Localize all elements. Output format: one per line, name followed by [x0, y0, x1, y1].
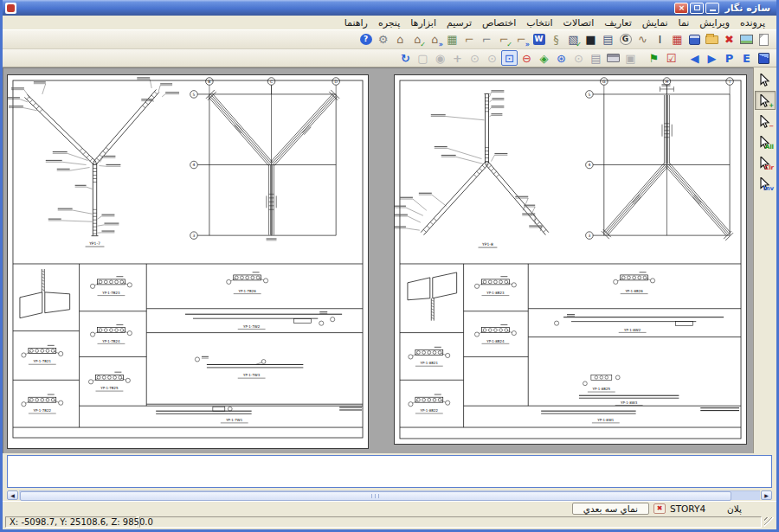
pin-flag-icon[interactable]: ⚑ [646, 50, 662, 66]
print-icon[interactable] [605, 50, 621, 66]
zoom-all-icon[interactable]: ⊙ [570, 50, 587, 66]
cut-section-icon[interactable]: ∿ [634, 32, 651, 48]
drawing-sheet-right: YP1-8GHI543YP-1-8B21YP-1-8B22YP-1-8B23YP… [394, 74, 747, 445]
view-3d-icon[interactable] [756, 50, 772, 66]
zoom-extents-icon[interactable]: ⊛ [553, 50, 570, 66]
detail-label: YP-1-8B26 [625, 289, 643, 293]
tab-3d-view[interactable]: نماي سه بعدي [572, 503, 649, 515]
plan-view-icon[interactable]: P [721, 50, 737, 66]
box-check-icon[interactable]: ▧✓ [565, 32, 582, 48]
base-plate-icon[interactable]: ⌐ [461, 32, 478, 48]
grid-bubble: 4 [588, 163, 590, 167]
menu-5[interactable]: اتصالات [559, 16, 599, 29]
scrollbar-thumb[interactable] [20, 491, 731, 501]
resize-grip[interactable] [764, 517, 774, 527]
save-defaults-icon[interactable]: ▣ [622, 50, 639, 66]
check-list-icon[interactable]: ☑ [663, 50, 679, 66]
menu-3[interactable]: نمايش [638, 16, 673, 29]
corner-connection-icon[interactable]: ⌐ [479, 32, 495, 48]
connection-next-icon[interactable]: ⌐» [513, 32, 530, 48]
grid-bubble: H [666, 80, 668, 84]
menu-1[interactable]: ويرايش [695, 16, 734, 29]
bottom-panel-wrap [3, 453, 776, 490]
connection-check-icon[interactable]: ⌐✓ [496, 32, 512, 48]
truss-next-icon[interactable]: ⌂» [427, 32, 443, 48]
selection-toolbar: +−AllClrInv [753, 67, 776, 453]
truss-frame-icon[interactable]: ⌂ [392, 32, 409, 48]
zoom-previous-icon[interactable]: ⊙ [467, 50, 483, 66]
scroll-right-button[interactable]: ▶ [761, 490, 772, 500]
title-bar: × سازه نگار [3, 0, 776, 16]
scrollbar-track[interactable] [19, 490, 760, 500]
solid-box-icon[interactable]: ■ [583, 32, 599, 48]
next-view-icon[interactable]: ▶ [704, 50, 720, 66]
minimize-button[interactable] [705, 3, 719, 14]
horizontal-scrollbar[interactable]: ◀ ▶ [3, 490, 776, 501]
close-button[interactable]: × [674, 3, 688, 14]
menu-4[interactable]: تعاريف [600, 16, 635, 29]
zoom-rect-icon[interactable]: ▢ [415, 50, 431, 66]
status-message-cell [139, 516, 762, 528]
menu-9[interactable]: ابزارها [406, 16, 441, 29]
refresh-icon[interactable]: ↻ [397, 50, 414, 66]
detail-label: YP-1-7W3 [243, 373, 261, 377]
ibeam-icon[interactable]: I [652, 32, 668, 48]
maximize-button[interactable] [690, 3, 704, 14]
zoom-realtime-icon[interactable]: ◈ [536, 50, 552, 66]
select-remove-tool[interactable]: − [755, 112, 776, 131]
detail-label: YP-1-7B21 [34, 359, 52, 363]
drawing-canvas[interactable]: YP1-7BCD543YP-1-7B21YP-1-7B22YP-1-7B23YP… [3, 67, 753, 453]
drawing-layout-icon[interactable]: ▦ [669, 32, 686, 48]
status-bar: X: -5098.7, Y: 25108.6, Z: 9850.0 [3, 515, 776, 529]
grid-bubble: 3 [588, 234, 590, 238]
menu-11[interactable]: راهنما [340, 16, 372, 29]
truss-check-icon[interactable]: ⌂✓ [409, 32, 426, 48]
detail-label: YP-1-7W2 [243, 324, 261, 329]
profiles-stack-icon[interactable]: ▤ [600, 32, 616, 48]
select-pointer-tool[interactable] [755, 70, 776, 89]
report-scroll-icon[interactable]: § [548, 32, 564, 48]
elevation-view-icon[interactable]: E [738, 50, 755, 66]
menu-6[interactable]: انتخاب [522, 16, 557, 29]
menu-7[interactable]: اختصاص [478, 16, 520, 29]
pan-icon[interactable]: + [449, 50, 466, 66]
menu-bar: پروندهويرايشنمانمايشتعاريفاتصالاتانتخابا… [3, 16, 776, 30]
story-selector[interactable]: STORY4 [670, 503, 705, 514]
select-add-tool[interactable]: + [755, 91, 776, 110]
plan-label[interactable]: پلان [727, 503, 742, 514]
detail-label: YP-1-8B23 [486, 291, 505, 295]
zoom-out-icon[interactable]: ⊖ [518, 50, 535, 66]
save-icon[interactable] [686, 32, 703, 48]
menu-8[interactable]: ترسيم [442, 16, 476, 29]
zoom-window-icon[interactable]: ⊡ [501, 50, 518, 66]
previous-view-icon[interactable]: ◀ [686, 50, 703, 66]
grade-circle-icon[interactable]: G [617, 32, 634, 48]
close-view-icon[interactable]: ✖ [653, 503, 666, 514]
coordinates-display: X: -5098.7, Y: 25108.6, Z: 9850.0 [5, 516, 137, 528]
detail-label: YP-1-8W1 [597, 418, 615, 422]
export-word-icon[interactable]: W [531, 32, 547, 48]
close-file-icon[interactable]: ✖ [721, 32, 737, 48]
new-document-icon[interactable] [756, 32, 772, 48]
zoom-tool-icon[interactable]: ⊙ [484, 50, 500, 66]
toolbar-main: ?⚙⌂⌂✓⌂»▦⌐⌐⌐✓⌐»W§▧✓■▤G∿I▦✖ [3, 30, 776, 49]
brace-label: YP1-7 [88, 241, 100, 246]
tool-badge: + [769, 103, 774, 109]
select-all-tool[interactable]: All [755, 132, 776, 151]
select-clear-tool[interactable]: Clr [755, 153, 776, 172]
menu-0[interactable]: پرونده [736, 16, 769, 29]
grid-bubble: 5 [588, 93, 590, 97]
menu-2[interactable]: نما [674, 16, 694, 29]
help-icon[interactable]: ? [357, 32, 374, 48]
open-folder-icon[interactable] [704, 32, 720, 48]
view-tab-bar: نماي سه بعدي ✖ STORY4 پلان [3, 501, 776, 515]
select-invert-tool[interactable]: Inv [755, 174, 776, 193]
print-preview-icon[interactable]: ▤ [588, 50, 604, 66]
settings-gear-icon[interactable]: ⚙ [375, 32, 391, 48]
orbit-icon[interactable]: ◉ [432, 50, 448, 66]
image-view-icon[interactable] [738, 32, 755, 48]
grid-icon[interactable]: ▦ [444, 32, 460, 48]
app-icon [5, 3, 16, 14]
scroll-left-button[interactable]: ◀ [7, 490, 18, 500]
menu-10[interactable]: پنجره [374, 16, 404, 29]
